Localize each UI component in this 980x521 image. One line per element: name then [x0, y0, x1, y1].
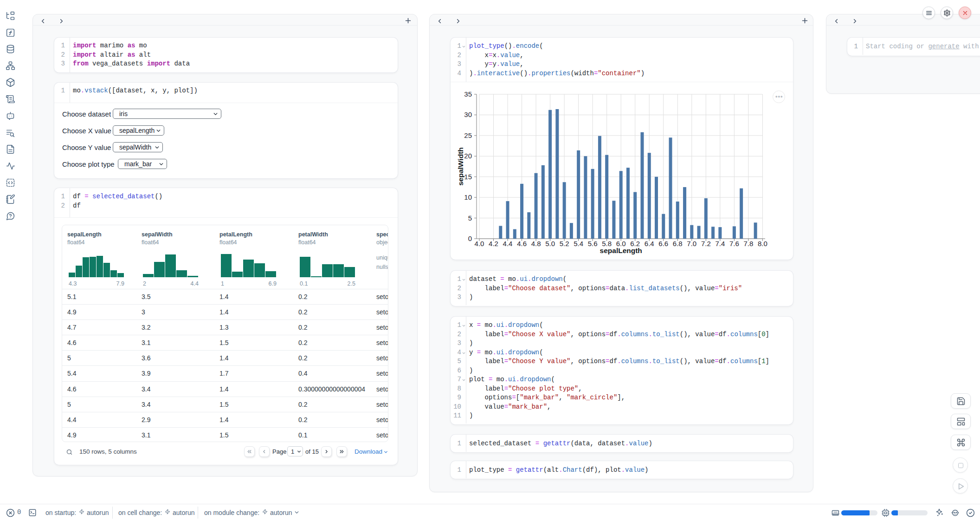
svg-text:5: 5	[468, 214, 472, 222]
svg-text:5.2: 5.2	[560, 240, 569, 247]
svg-text:sepalWidth: sepalWidth	[457, 147, 464, 186]
svg-text:sepalLength: sepalLength	[600, 247, 642, 254]
svg-text:6.8: 6.8	[673, 240, 683, 247]
svg-text:7.4: 7.4	[715, 240, 725, 247]
svg-text:8.0: 8.0	[758, 240, 767, 247]
svg-text:4.6: 4.6	[517, 240, 527, 247]
svg-text:7.6: 7.6	[729, 240, 739, 247]
svg-text:25: 25	[464, 131, 472, 139]
svg-text:7.0: 7.0	[687, 240, 696, 247]
svg-text:7.2: 7.2	[701, 240, 711, 247]
svg-text:5.6: 5.6	[588, 240, 598, 247]
svg-text:4.2: 4.2	[489, 240, 498, 247]
svg-text:5.4: 5.4	[574, 240, 583, 247]
svg-text:6.6: 6.6	[658, 240, 668, 247]
svg-text:35: 35	[464, 90, 472, 98]
svg-text:20: 20	[464, 152, 472, 160]
svg-text:6.4: 6.4	[645, 240, 654, 247]
svg-text:0: 0	[468, 234, 472, 242]
svg-text:7.8: 7.8	[743, 240, 753, 247]
svg-text:30: 30	[464, 111, 472, 118]
svg-text:10: 10	[464, 193, 472, 201]
svg-text:15: 15	[464, 173, 472, 181]
svg-text:4.4: 4.4	[503, 240, 513, 247]
svg-text:4.0: 4.0	[475, 240, 484, 247]
svg-text:5.0: 5.0	[545, 240, 555, 247]
svg-text:4.8: 4.8	[531, 240, 541, 247]
